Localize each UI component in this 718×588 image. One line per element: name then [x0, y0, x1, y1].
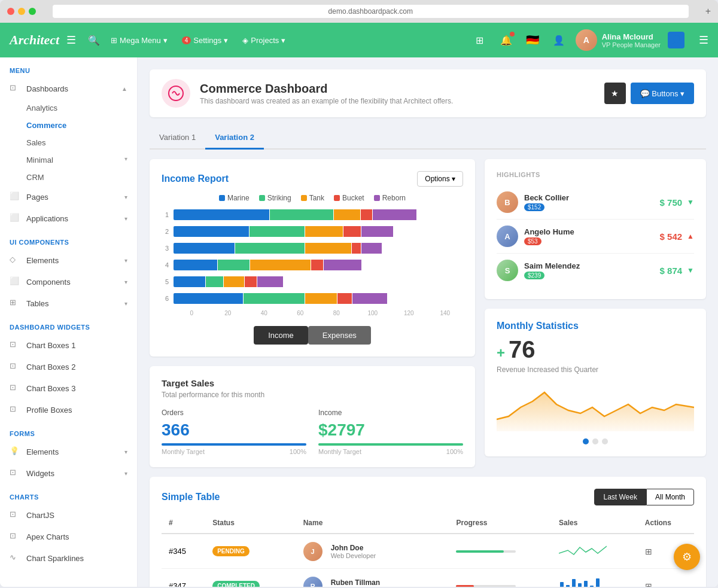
components-chevron-icon: ▾	[124, 279, 127, 285]
user-profile-icon[interactable]: 👤	[549, 31, 568, 50]
tab-variation-1[interactable]: Variation 1	[150, 127, 205, 150]
actions-icon-1[interactable]: ⊞	[645, 547, 652, 556]
sidebar-sub-sales[interactable]: Sales	[0, 134, 137, 151]
col-sales: Sales	[552, 513, 638, 534]
page-header-actions: ★ 💬 ArchitectButtons ▾	[604, 83, 694, 104]
highlight-info-3: Saim Melendez $239	[524, 261, 660, 279]
sidebar-item-chart-sparklines[interactable]: ∿ Chart Sparklines	[0, 547, 137, 569]
legend-reborn: Reborn	[374, 194, 406, 202]
table-header-row: Simple Table Last Week All Month	[162, 489, 694, 505]
search-icon[interactable]: 🔍	[88, 35, 100, 46]
sidebar-item-apex-charts[interactable]: ⊡ Apex Charts	[0, 526, 137, 547]
hamburger-icon[interactable]: ☰	[66, 33, 76, 47]
status-badge-pending: PENDING	[212, 546, 250, 556]
bar-seg-tank-6	[305, 293, 337, 304]
highlight-item-1: B Beck Collier $152 $ 750 ▼	[497, 185, 694, 220]
page-title: Commerce Dashboard	[200, 82, 604, 96]
nav-user-icon[interactable]: 👤	[668, 32, 684, 48]
carousel-dot-3[interactable]	[602, 438, 608, 444]
cell-name-2: R Ruben TillmanEtiam sit amet orci eget	[296, 569, 449, 587]
bar-label-1: 1	[162, 211, 169, 218]
sales-sparkline-2	[559, 576, 607, 587]
two-col-layout: Income Report Options ▾ Marine Striking	[150, 159, 706, 467]
sidebar-item-chartjs[interactable]: ⊡ ChartJS	[0, 504, 137, 526]
sidebar-item-elements-forms[interactable]: 💡 Elements ▾	[0, 441, 137, 462]
nav-hamburger-icon[interactable]: ☰	[699, 33, 708, 47]
address-bar[interactable]: demo.dashboardpack.com	[53, 5, 689, 18]
fab-settings[interactable]: ⚙	[674, 544, 700, 570]
app-logo: Architect	[10, 32, 59, 48]
user-role: VP People Manager	[602, 41, 661, 48]
elements-chevron-icon: ▾	[124, 257, 127, 264]
sidebar-item-chart-boxes-2[interactable]: ⊡ Chart Boxes 2	[0, 356, 137, 377]
highlight-amount-2: $ 542	[660, 231, 683, 242]
data-table: # Status Name Progress Sales Actions #34…	[162, 513, 694, 587]
notifications-icon[interactable]: 🔔	[497, 31, 516, 50]
sidebar-item-tables[interactable]: ⊞ Tables ▾	[0, 293, 137, 314]
income-toggle-button[interactable]: Income	[254, 326, 308, 345]
avatar-section: A Alina Mclourd VP People Manager	[576, 29, 661, 51]
mega-menu-button[interactable]: ⊞ Mega Menu ▾	[105, 32, 174, 48]
filter-all-month[interactable]: All Month	[646, 489, 694, 505]
bar-seg-reborn-5	[257, 276, 284, 287]
bar-label-2: 2	[162, 228, 169, 235]
cell-sales-1	[552, 534, 638, 569]
new-tab-button[interactable]: +	[705, 6, 711, 17]
charts-section-title: CHARTS	[0, 484, 137, 504]
carousel-dot-2[interactable]	[592, 438, 598, 444]
sidebar-sub-minimal[interactable]: Minimal ▾	[0, 151, 137, 169]
highlight-name-2: Angelo Hume	[524, 227, 660, 236]
bar-seg-tank-1	[334, 209, 360, 220]
apps-icon[interactable]: ⊞	[470, 31, 489, 50]
bar-row-4: 4	[162, 260, 463, 270]
carousel-dot-1[interactable]	[583, 438, 589, 444]
row-role-2: Etiam sit amet orci eget	[331, 587, 400, 587]
bar-label-5: 5	[162, 278, 169, 285]
expenses-toggle-button[interactable]: Expenses	[308, 326, 371, 345]
language-selector[interactable]: 🇩🇪	[523, 31, 542, 50]
bar-seg-tank-5	[224, 276, 244, 287]
forms-section-title: FORMS	[0, 421, 137, 441]
sidebar-sub-crm[interactable]: CRM	[0, 169, 137, 186]
content-area: Commerce Dashboard This dashboard was cr…	[138, 57, 718, 587]
options-button[interactable]: Options ▾	[417, 171, 463, 187]
highlight-badge-3: $239	[524, 272, 544, 279]
filter-last-week[interactable]: Last Week	[594, 489, 646, 505]
sidebar-item-elements[interactable]: ◇ Elements ▾	[0, 249, 137, 271]
sidebar-item-pages[interactable]: ⬜ Pages ▾	[0, 186, 137, 208]
axis-80: 80	[318, 310, 355, 316]
income-report-header: Income Report Options ▾	[162, 171, 463, 187]
sidebar-item-chart-boxes-1[interactable]: ⊡ Chart Boxes 1	[0, 334, 137, 356]
actions-icon-2[interactable]: ⊞	[645, 581, 652, 587]
highlight-arrow-3: ▼	[687, 266, 694, 275]
legend-tank: Tank	[301, 194, 324, 202]
applications-icon: ⬜	[10, 213, 20, 224]
chart-boxes-3-icon: ⊡	[10, 383, 20, 394]
dot-red	[7, 8, 14, 15]
table-filter: Last Week All Month	[594, 489, 694, 505]
sidebar-item-components[interactable]: ⬜ Components ▾	[0, 271, 137, 293]
row-name-2: Ruben Tillman	[331, 578, 400, 587]
sidebar-sub-commerce[interactable]: Commerce	[0, 117, 137, 134]
settings-button[interactable]: 4 Settings ▾	[176, 32, 235, 48]
sidebar-item-dashboards[interactable]: ⊡ Dashboards ▲	[0, 78, 137, 99]
cell-actions-2: ⊞	[638, 569, 694, 587]
sidebar-item-chart-boxes-3[interactable]: ⊡ Chart Boxes 3	[0, 377, 137, 399]
legend-tank-dot	[301, 195, 307, 201]
target-metrics: Orders 366 Monthly Target 100%	[162, 409, 463, 455]
sidebar-item-applications[interactable]: ⬜ Applications ▾	[0, 208, 137, 229]
monthly-plus: +	[497, 345, 505, 361]
projects-button[interactable]: ◈ Projects ▾	[236, 32, 291, 48]
buttons-dropdown[interactable]: 💬 ArchitectButtons ▾	[631, 83, 694, 104]
sidebar-item-widgets[interactable]: ⊡ Widgets ▾	[0, 462, 137, 484]
bar-seg-tank-4	[250, 260, 311, 270]
cell-progress-1	[449, 534, 552, 569]
sidebar-item-profile-boxes[interactable]: ⊡ Profile Boxes	[0, 399, 137, 421]
star-button[interactable]: ★	[604, 83, 626, 104]
bar-label-6: 6	[162, 295, 169, 302]
sidebar-sub-analytics[interactable]: Analytics	[0, 99, 137, 117]
income-report-title: Income Report	[162, 173, 229, 184]
cell-name: J John DoeWeb Developer	[296, 534, 449, 569]
tab-variation-2[interactable]: Variation 2	[205, 127, 264, 150]
bar-container-1	[174, 209, 463, 220]
